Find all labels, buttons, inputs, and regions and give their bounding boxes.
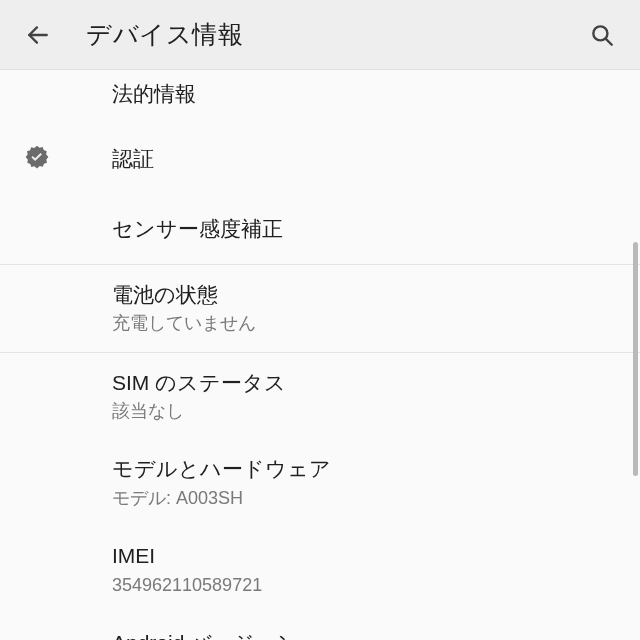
item-subtitle: 充電していません <box>112 312 618 335</box>
item-title: モデルとハードウェア <box>112 455 618 483</box>
appbar: デバイス情報 <box>0 0 640 70</box>
item-title: IMEI <box>112 542 618 570</box>
item-title: センサー感度補正 <box>112 215 618 243</box>
item-title: 法的情報 <box>112 80 618 108</box>
search-button[interactable] <box>582 15 622 55</box>
item-battery-status[interactable]: 電池の状態 充電していません <box>0 265 640 352</box>
item-subtitle: モデル: A003SH <box>112 487 618 510</box>
item-title: 認証 <box>112 145 618 173</box>
search-icon <box>589 22 615 48</box>
item-imei[interactable]: IMEI 354962110589721 <box>0 526 640 613</box>
item-title: SIM のステータス <box>112 369 618 397</box>
arrow-back-icon <box>25 22 51 48</box>
settings-list: 法的情報 認証 センサー感度補正 電池の状態 充電していません SIM のステー… <box>0 70 640 640</box>
item-title: Android バージョン <box>112 629 618 640</box>
back-button[interactable] <box>18 15 58 55</box>
item-title: 電池の状態 <box>112 281 618 309</box>
item-model-hardware[interactable]: モデルとハードウェア モデル: A003SH <box>0 439 640 526</box>
item-legal-info[interactable]: 法的情報 <box>0 70 640 124</box>
item-android-version[interactable]: Android バージョン 11 <box>0 613 640 640</box>
page-title: デバイス情報 <box>86 18 582 51</box>
verified-icon <box>24 144 50 174</box>
svg-line-2 <box>606 38 612 44</box>
item-sensor-calibration[interactable]: センサー感度補正 <box>0 194 640 264</box>
item-sim-status[interactable]: SIM のステータス 該当なし <box>0 353 640 440</box>
item-subtitle: 該当なし <box>112 400 618 423</box>
item-subtitle: 354962110589721 <box>112 574 618 597</box>
scrollbar-thumb[interactable] <box>633 242 638 476</box>
item-certification[interactable]: 認証 <box>0 124 640 194</box>
